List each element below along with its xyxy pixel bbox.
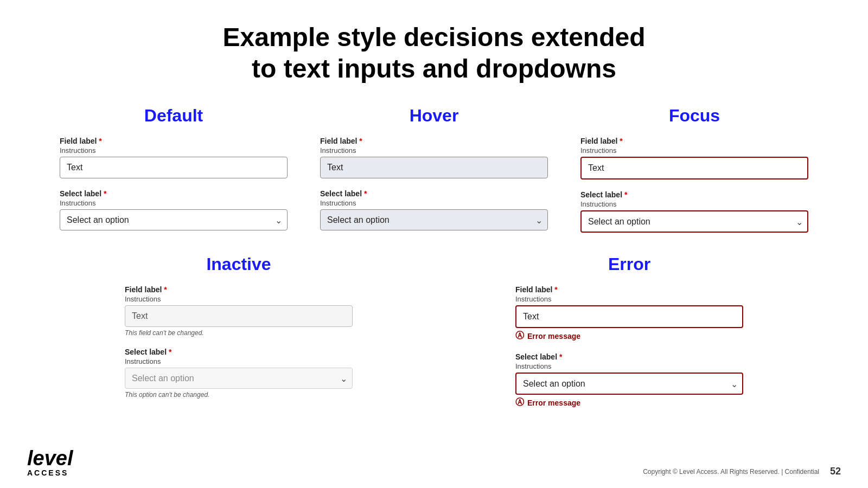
focus-select-input[interactable]: Select an option xyxy=(580,210,808,233)
error-icon: Ⓐ xyxy=(515,397,524,408)
logo-level: level xyxy=(27,448,73,468)
section-hover-title: Hover xyxy=(320,106,548,126)
default-text-input[interactable] xyxy=(60,157,288,178)
hover-select-label: Select label * xyxy=(320,189,548,198)
default-select-instructions: Instructions xyxy=(60,199,288,207)
focus-field-instructions: Instructions xyxy=(580,146,808,155)
section-default: Default Field label * Instructions Selec… xyxy=(60,106,288,233)
section-focus: Focus Field label * Instructions Select … xyxy=(580,106,808,233)
page-title: Example style decisions extended to text… xyxy=(0,0,868,100)
focus-select-group: Select label * Instructions Select an op… xyxy=(580,190,808,233)
default-field-label: Field label * xyxy=(60,137,288,145)
section-error-title: Error xyxy=(515,254,743,274)
inactive-select-wrapper: Select an option ⌄ xyxy=(125,368,353,389)
section-error: Error Field label * Instructions Ⓐ Error… xyxy=(515,254,743,408)
error-field-instructions: Instructions xyxy=(515,295,743,303)
default-select-group: Select label * Instructions Select an op… xyxy=(60,189,288,230)
footer: Copyright © Level Access. All Rights Res… xyxy=(643,466,841,477)
error-text-input[interactable] xyxy=(515,305,743,328)
inactive-select-label: Select label * xyxy=(125,348,353,356)
logo-access: access xyxy=(27,468,68,477)
default-text-group: Field label * Instructions xyxy=(60,137,288,178)
hover-select-instructions: Instructions xyxy=(320,199,548,207)
section-inactive: Inactive Field label * Instructions This… xyxy=(125,254,353,408)
error-field-label: Field label * xyxy=(515,285,743,294)
focus-text-group: Field label * Instructions xyxy=(580,137,808,179)
error-text-message: Ⓐ Error message xyxy=(515,330,743,342)
hover-field-instructions: Instructions xyxy=(320,146,548,155)
focus-select-label: Select label * xyxy=(580,190,808,199)
inactive-text-input[interactable] xyxy=(125,305,353,327)
error-select-instructions: Instructions xyxy=(515,362,743,370)
default-select-input[interactable]: Select an option xyxy=(60,209,288,230)
hover-text-input[interactable] xyxy=(320,157,548,178)
hover-select-wrapper: Select an option ⌄ xyxy=(320,209,548,230)
footer-copyright: Copyright © Level Access. All Rights Res… xyxy=(643,468,819,476)
error-text-group: Field label * Instructions Ⓐ Error messa… xyxy=(515,285,743,342)
error-select-wrapper: Select an option ⌄ xyxy=(515,373,743,395)
section-default-title: Default xyxy=(60,106,288,126)
focus-select-instructions: Instructions xyxy=(580,200,808,208)
inactive-select-input[interactable]: Select an option xyxy=(125,368,353,389)
inactive-select-group: Select label * Instructions Select an op… xyxy=(125,348,353,399)
hover-field-label: Field label * xyxy=(320,137,548,145)
inactive-select-instructions: Instructions xyxy=(125,357,353,365)
hover-text-group: Field label * Instructions xyxy=(320,137,548,178)
default-select-wrapper: Select an option ⌄ xyxy=(60,209,288,230)
section-inactive-title: Inactive xyxy=(125,254,353,274)
focus-field-label: Field label * xyxy=(580,137,808,145)
error-select-label: Select label * xyxy=(515,352,743,361)
hover-select-group: Select label * Instructions Select an op… xyxy=(320,189,548,230)
inactive-text-note: This field can't be changed. xyxy=(125,329,353,337)
default-select-label: Select label * xyxy=(60,189,288,198)
error-select-group: Select label * Instructions Select an op… xyxy=(515,352,743,408)
error-icon: Ⓐ xyxy=(515,330,524,342)
hover-select-input[interactable]: Select an option xyxy=(320,209,548,230)
page-title-line2: to text inputs and dropdowns xyxy=(252,54,616,83)
inactive-text-group: Field label * Instructions This field ca… xyxy=(125,285,353,337)
default-field-instructions: Instructions xyxy=(60,146,288,155)
section-focus-title: Focus xyxy=(580,106,808,126)
top-sections: Default Field label * Instructions Selec… xyxy=(0,106,868,233)
inactive-field-instructions: Instructions xyxy=(125,295,353,303)
bottom-sections: Inactive Field label * Instructions This… xyxy=(0,254,868,408)
logo: level access xyxy=(27,448,73,477)
inactive-field-label: Field label * xyxy=(125,285,353,294)
focus-select-wrapper: Select an option ⌄ xyxy=(580,210,808,233)
focus-text-input[interactable] xyxy=(580,157,808,179)
error-select-input[interactable]: Select an option xyxy=(515,373,743,395)
page-title-line1: Example style decisions extended xyxy=(223,23,646,52)
error-select-message: Ⓐ Error message xyxy=(515,397,743,408)
inactive-select-note: This option can't be changed. xyxy=(125,391,353,399)
section-hover: Hover Field label * Instructions Select … xyxy=(320,106,548,233)
footer-page-number: 52 xyxy=(830,466,841,477)
